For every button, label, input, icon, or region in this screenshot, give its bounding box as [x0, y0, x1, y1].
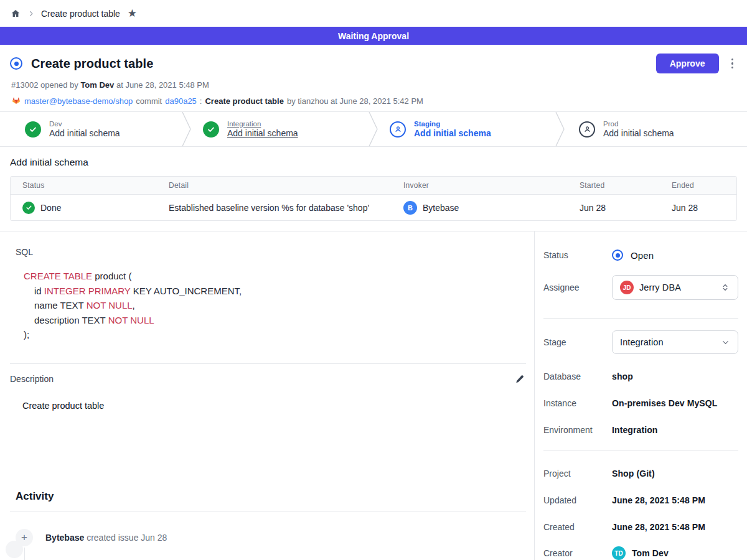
activity-action: created issue Jun 28 — [87, 533, 167, 543]
more-vertical-icon[interactable] — [728, 56, 738, 72]
task-invoker: Bytebase — [423, 203, 459, 213]
creator-value: Tom Dev — [632, 548, 669, 558]
database-label: Database — [543, 371, 612, 381]
project-label: Project — [543, 469, 612, 478]
assignee-value: Jerry DBA — [639, 282, 681, 292]
sql-label: SQL — [16, 247, 526, 257]
assignee-label: Assignee — [543, 282, 612, 292]
task-table: Status Detail Invoker Started Ended Done… — [10, 176, 737, 221]
star-icon[interactable]: ★ — [128, 8, 137, 19]
stage-dev[interactable]: Dev Add initial schema — [0, 112, 187, 146]
divider — [543, 450, 738, 451]
selector-icon — [720, 282, 730, 292]
task-ended: Jun 28 — [661, 203, 736, 213]
issue-open-icon — [10, 57, 22, 70]
stage-integration[interactable]: Integration Add initial schema — [187, 112, 374, 146]
list-item: + Bytebase created issue Jun 28 — [16, 529, 526, 546]
project-value: Shop (Git) — [612, 469, 655, 478]
divider — [10, 511, 526, 511]
task-started: Jun 28 — [569, 203, 661, 213]
commit-hash-link[interactable]: da90a25 — [165, 96, 197, 106]
stage-staging[interactable]: Staging Add initial schema — [374, 112, 560, 146]
timeline-node — [6, 541, 23, 558]
task-table-header: Status Detail Invoker Started Ended — [11, 177, 736, 194]
activity-title: Activity — [16, 490, 526, 503]
issue-meta: #13002 opened by Tom Dev at June 28, 202… — [11, 80, 737, 90]
environment-label: Environment — [543, 425, 612, 435]
stage-prod[interactable]: Prod Add initial schema — [560, 112, 747, 146]
gitlab-icon — [11, 95, 21, 107]
task-status: Done — [40, 203, 61, 213]
description-body: Create product table — [22, 401, 526, 411]
environment-value: Integration — [612, 425, 657, 435]
commit-info: master@bytebase-demo/shop commitda90a25:… — [11, 95, 737, 107]
updated-label: Updated — [543, 495, 612, 505]
edit-pencil-icon[interactable] — [513, 373, 526, 386]
chevron-right-icon — [27, 10, 35, 17]
stage-select[interactable]: Integration — [612, 330, 738, 354]
issue-id: #13002 — [11, 80, 38, 90]
instance-label: Instance — [543, 398, 612, 408]
created-value: June 28, 2021 5:48 PM — [612, 522, 705, 532]
sql-statement: CREATE TABLE product ( id INTEGER PRIMAR… — [24, 269, 526, 342]
assignee-select[interactable]: JD Jerry DBA — [612, 275, 738, 300]
stage-separator — [369, 112, 378, 146]
main-column: SQL CREATE TABLE product ( id INTEGER PR… — [0, 231, 534, 560]
check-circle-icon — [22, 202, 35, 214]
check-circle-icon — [203, 121, 219, 138]
status-value: Open — [631, 250, 654, 261]
stage-label: Stage — [543, 337, 612, 347]
check-circle-icon — [25, 121, 41, 138]
task-section-title: Add initial schema — [10, 157, 737, 168]
creator-label: Creator — [543, 548, 612, 558]
branch-repo-link[interactable]: master@bytebase-demo/shop — [24, 96, 133, 106]
task-section: Add initial schema Status Detail Invoker… — [0, 147, 747, 231]
issue-author: Tom Dev — [80, 80, 114, 90]
status-label: Status — [543, 250, 612, 260]
instance-value: On-premises Dev MySQL — [612, 398, 717, 408]
content-area: SQL CREATE TABLE product ( id INTEGER PR… — [0, 231, 747, 560]
updated-value: June 28, 2021 5:48 PM — [612, 495, 705, 505]
breadcrumb-current: Create product table — [41, 9, 120, 19]
issue-sidebar: Status Open Assignee JD Jerry DBA — [534, 231, 747, 560]
stage-separator — [555, 112, 565, 146]
person-circle-icon — [390, 121, 406, 138]
avatar: B — [403, 201, 417, 215]
activity-actor: Bytebase — [45, 533, 84, 543]
avatar: JD — [620, 281, 634, 294]
created-label: Created — [543, 522, 612, 532]
chevron-down-icon — [721, 338, 730, 347]
database-value: shop — [612, 371, 633, 381]
stage-pipeline: Dev Add initial schema Integration Add i… — [0, 111, 747, 147]
bytebase-issue-page: Create product table ★ Waiting Approval … — [0, 0, 747, 560]
person-circle-icon — [579, 121, 595, 138]
status-banner: Waiting Approval — [0, 27, 747, 45]
home-icon[interactable] — [10, 8, 21, 19]
approve-button[interactable]: Approve — [656, 54, 719, 73]
commit-message: Create product table — [205, 96, 283, 106]
divider — [10, 363, 526, 364]
issue-header: Create product table Approve #13002 open… — [0, 45, 747, 111]
avatar: TD — [612, 546, 626, 560]
description-label: Description — [10, 374, 54, 384]
divider — [543, 318, 738, 319]
breadcrumb: Create product table ★ — [0, 0, 747, 27]
task-detail: Established baseline version %s for data… — [169, 203, 403, 213]
table-row[interactable]: Done Established baseline version %s for… — [11, 194, 736, 220]
issue-open-icon — [612, 250, 623, 261]
stage-separator — [182, 112, 192, 146]
stage-value: Integration — [620, 337, 664, 347]
page-title: Create product table — [31, 57, 153, 71]
